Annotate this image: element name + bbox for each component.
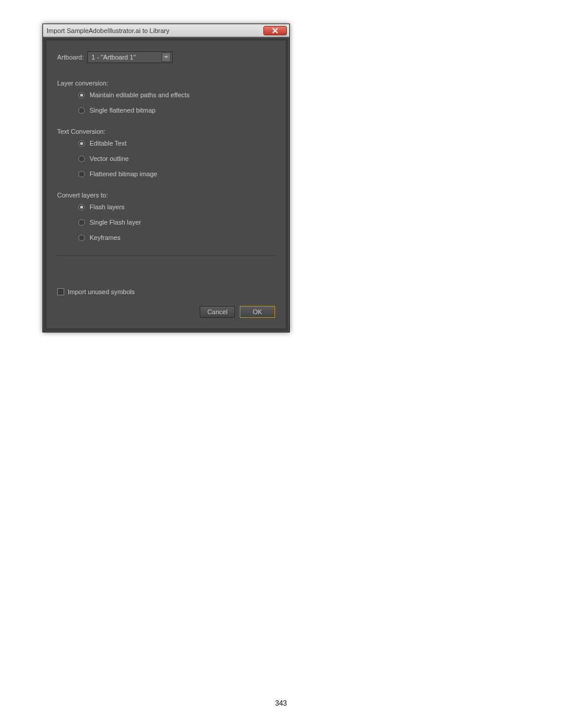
- radio-editable-text[interactable]: Editable Text: [78, 140, 275, 147]
- radio-icon: [78, 235, 85, 241]
- close-button[interactable]: [263, 26, 287, 35]
- dialog-title: Import SampleAdobeIllustrator.ai to Libr…: [47, 27, 170, 34]
- radio-single-flash-layer[interactable]: Single Flash layer: [78, 219, 275, 226]
- radio-label: Vector outline: [90, 155, 129, 162]
- import-unused-checkbox-row[interactable]: Import unused symbols: [57, 288, 275, 295]
- radio-flattened-bitmap[interactable]: Flattened bitmap image: [78, 170, 275, 177]
- radio-label: Keyframes: [90, 234, 121, 241]
- layer-conversion-section: Layer conversion: Maintain editable path…: [57, 80, 275, 114]
- radio-vector-outline[interactable]: Vector outline: [78, 155, 275, 162]
- radio-keyframes[interactable]: Keyframes: [78, 234, 275, 241]
- radio-label: Editable Text: [90, 140, 127, 147]
- radio-icon: [78, 107, 85, 114]
- radio-label: Single Flash layer: [90, 219, 141, 226]
- radio-icon: [78, 219, 85, 226]
- dialog-body: Artboard: 1 - "Artboard 1" Layer convers…: [44, 38, 288, 331]
- layer-conversion-title: Layer conversion:: [57, 80, 275, 87]
- dialog-titlebar: Import SampleAdobeIllustrator.ai to Libr…: [43, 24, 289, 37]
- cancel-button-label: Cancel: [207, 308, 227, 315]
- radio-label: Single flattened bitmap: [90, 107, 156, 114]
- radio-single-flattened[interactable]: Single flattened bitmap: [78, 107, 275, 114]
- artboard-row: Artboard: 1 - "Artboard 1": [57, 51, 275, 63]
- convert-layers-section: Convert layers to: Flash layers Single F…: [57, 192, 275, 241]
- convert-layers-title: Convert layers to:: [57, 192, 275, 199]
- radio-icon: [78, 92, 85, 98]
- divider: [57, 255, 275, 256]
- import-dialog: Import SampleAdobeIllustrator.ai to Libr…: [42, 24, 290, 332]
- checkbox-icon: [57, 288, 64, 295]
- radio-label: Flattened bitmap image: [90, 170, 157, 177]
- artboard-label: Artboard:: [57, 54, 84, 61]
- radio-icon: [78, 204, 85, 210]
- checkbox-label: Import unused symbols: [68, 288, 135, 295]
- artboard-dropdown[interactable]: 1 - "Artboard 1": [87, 51, 173, 63]
- chevron-down-icon: [164, 56, 168, 59]
- cancel-button[interactable]: Cancel: [200, 306, 235, 318]
- artboard-value: 1 - "Artboard 1": [91, 54, 135, 61]
- radio-maintain-editable[interactable]: Maintain editable paths and effects: [78, 91, 275, 98]
- page-number: 343: [275, 699, 287, 707]
- text-conversion-section: Text Conversion: Editable Text Vector ou…: [57, 128, 275, 177]
- ok-button[interactable]: OK: [240, 306, 275, 318]
- radio-icon: [78, 171, 85, 177]
- ok-button-label: OK: [253, 308, 262, 315]
- dropdown-arrow: [161, 52, 171, 62]
- button-row: Cancel OK: [57, 306, 275, 318]
- radio-label: Flash layers: [90, 203, 124, 210]
- text-conversion-title: Text Conversion:: [57, 128, 275, 135]
- radio-label: Maintain editable paths and effects: [90, 91, 190, 98]
- radio-icon: [78, 140, 85, 147]
- close-icon: [272, 28, 278, 34]
- radio-flash-layers[interactable]: Flash layers: [78, 203, 275, 210]
- radio-icon: [78, 156, 85, 162]
